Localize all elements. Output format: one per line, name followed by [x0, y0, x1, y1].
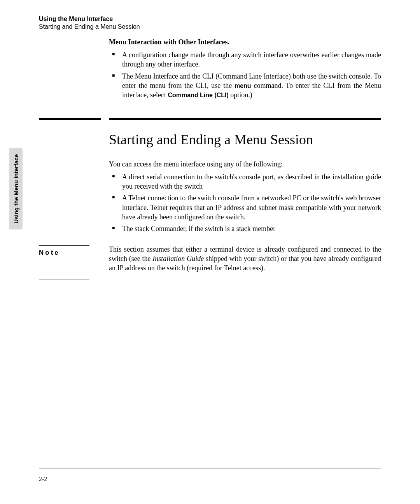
- page-header: Using the Menu Interface Starting and En…: [39, 16, 381, 30]
- subsection-title: Menu Interaction with Other Interfaces.: [109, 38, 381, 46]
- bullet-text: A Telnet connection to the switch consol…: [122, 194, 381, 221]
- note-label-column: Note: [39, 245, 109, 273]
- bullet-text: The stack Commander, if the switch is a …: [122, 225, 275, 233]
- bullet-text-part: option.): [229, 91, 252, 99]
- header-subtitle: Starting and Ending a Menu Session: [39, 23, 381, 30]
- main-content: Starting and Ending a Menu Session You c…: [109, 131, 381, 233]
- top-content: Menu Interaction with Other Interfaces. …: [109, 38, 381, 100]
- divider-long: [109, 118, 381, 120]
- note-rule-bottom: [39, 280, 89, 280]
- footer-rule: [39, 469, 381, 469]
- header-title: Using the Menu Interface: [39, 16, 381, 23]
- section-heading: Starting and Ending a Menu Session: [109, 131, 381, 148]
- note-label: Note: [39, 249, 109, 257]
- list-item: A configuration change made through any …: [109, 50, 381, 69]
- intro-paragraph: You can access the menu interface using …: [109, 159, 381, 169]
- note-body: This section assumes that either a termi…: [109, 245, 381, 273]
- divider-short: [39, 118, 101, 120]
- note-rule-top: [39, 245, 89, 246]
- list-item: A direct serial connection to the switch…: [109, 172, 381, 191]
- page-body: Using the Menu Interface Starting and En…: [0, 0, 420, 296]
- bullet-bold: Command Line (CLI): [168, 92, 228, 98]
- page-number: 2-2: [39, 476, 47, 483]
- section-divider: [23, 118, 381, 120]
- bullet-text: A direct serial connection to the switch…: [122, 173, 381, 190]
- bullet-bold: menu: [234, 82, 251, 89]
- list-item: The stack Commander, if the switch is a …: [109, 224, 381, 233]
- list-item: The Menu Interface and the CLI (Command …: [109, 72, 381, 100]
- main-bullet-list: A direct serial connection to the switch…: [109, 172, 381, 234]
- bullet-text: A configuration change made through any …: [122, 51, 381, 68]
- note-italic: Installation Guide: [152, 255, 204, 262]
- list-item: A Telnet connection to the switch consol…: [109, 193, 381, 222]
- note-block: Note This section assumes that either a …: [23, 245, 381, 273]
- top-bullet-list: A configuration change made through any …: [109, 50, 381, 100]
